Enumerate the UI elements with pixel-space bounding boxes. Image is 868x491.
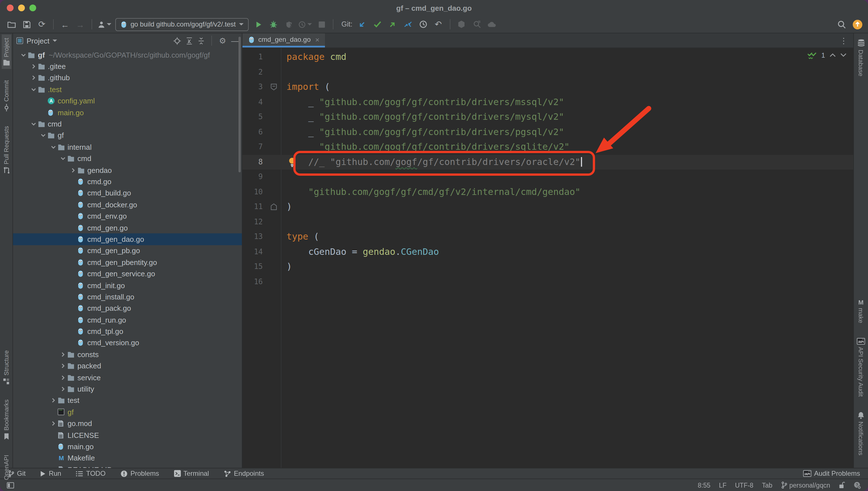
line-number[interactable]: 4 bbox=[242, 95, 266, 110]
tool-window-button-problems[interactable]: Problems bbox=[120, 469, 159, 478]
code-text[interactable]: _ "github.com/gogf/gf/contrib/drivers/ms… bbox=[281, 95, 564, 110]
code-text[interactable]: package cmd bbox=[281, 50, 346, 65]
line-number[interactable]: 15 bbox=[242, 259, 266, 274]
tool-window-button-pull-requests[interactable]: Pull Requests bbox=[1, 123, 11, 177]
hexagon-icon[interactable] bbox=[456, 18, 467, 30]
indent-style[interactable]: Tab bbox=[762, 482, 772, 488]
tree-item-makefile[interactable]: MMakefile bbox=[13, 452, 242, 464]
tree-scrollbar[interactable] bbox=[238, 37, 241, 172]
tree-item-gendao[interactable]: gendao bbox=[13, 165, 242, 176]
chevron-open-icon[interactable] bbox=[59, 155, 67, 162]
search-icon[interactable] bbox=[836, 18, 847, 30]
tree-item-cmd_init.go[interactable]: cmd_init.go bbox=[13, 280, 242, 291]
next-problem-icon[interactable] bbox=[840, 53, 846, 57]
caret-position[interactable]: 8:55 bbox=[698, 482, 711, 488]
git-merge-icon[interactable] bbox=[402, 18, 413, 30]
tool-window-button-git[interactable]: Git bbox=[8, 469, 26, 478]
gear-icon[interactable]: ⚙ bbox=[219, 36, 226, 45]
unlock-icon[interactable] bbox=[839, 482, 845, 489]
chevron-open-icon[interactable] bbox=[29, 121, 37, 127]
editor-tab-cmd_gen_dao[interactable]: cmd_gen_dao.go × bbox=[242, 33, 325, 48]
chevron-open-icon[interactable] bbox=[39, 133, 48, 139]
line-number[interactable]: 13 bbox=[242, 229, 266, 244]
tree-item-.gitee[interactable]: .gitee bbox=[13, 61, 242, 72]
git-branch-widget[interactable]: personal/gqcn bbox=[781, 482, 831, 489]
code-line-11[interactable]: 11) bbox=[242, 199, 853, 214]
git-update-icon[interactable] bbox=[356, 18, 368, 30]
line-number[interactable]: 12 bbox=[242, 214, 266, 229]
chevron-closed-icon[interactable] bbox=[69, 167, 77, 173]
line-number[interactable]: 3 bbox=[242, 80, 266, 95]
user-profile-icon[interactable] bbox=[98, 18, 111, 30]
code-line-14[interactable]: 14 cGenDao = gendao.CGenDao bbox=[242, 244, 853, 259]
tree-item-consts[interactable]: consts bbox=[13, 349, 242, 360]
tool-window-button-bookmarks[interactable]: Bookmarks bbox=[2, 396, 11, 443]
code-text[interactable]: _ "github.com/gogf/gf/contrib/drivers/pg… bbox=[281, 124, 564, 140]
code-area[interactable]: 1package cmd23import (4 _ "github.com/go… bbox=[242, 48, 853, 468]
tree-item-service[interactable]: service bbox=[13, 372, 242, 383]
chevron-closed-icon[interactable] bbox=[59, 386, 67, 392]
code-line-8[interactable]: 8 //_ "github.com/gogf/gf/contrib/driver… bbox=[242, 154, 853, 170]
line-number[interactable]: 6 bbox=[242, 124, 266, 140]
tree-item-packed[interactable]: packed bbox=[13, 360, 242, 372]
line-number[interactable]: 8 bbox=[242, 154, 266, 170]
tree-item-.github[interactable]: .github bbox=[13, 72, 242, 84]
tree-item-internal[interactable]: internal bbox=[13, 141, 242, 153]
project-panel-title[interactable]: Project bbox=[27, 36, 50, 45]
tree-item-cmd_install.go[interactable]: cmd_install.go bbox=[13, 291, 242, 302]
code-text[interactable] bbox=[281, 170, 287, 184]
code-line-13[interactable]: 13type ( bbox=[242, 229, 853, 244]
tree-item-config.yaml[interactable]: Aconfig.yaml bbox=[13, 95, 242, 107]
tree-item-cmd_docker.go[interactable]: cmd_docker.go bbox=[13, 199, 242, 210]
tree-item-gf[interactable]: gf~/Workspace/Go/GOPATH/src/github.com/g… bbox=[13, 49, 242, 61]
chevron-closed-icon[interactable] bbox=[59, 374, 67, 380]
close-window-button[interactable] bbox=[7, 4, 13, 11]
code-line-15[interactable]: 15) bbox=[242, 259, 853, 274]
tree-item-cmd_pack.go[interactable]: cmd_pack.go bbox=[13, 302, 242, 314]
code-text[interactable]: _ "github.com/gogf/gf/contrib/drivers/my… bbox=[281, 110, 564, 124]
code-text[interactable]: import ( bbox=[281, 80, 330, 95]
line-number[interactable]: 9 bbox=[242, 170, 266, 184]
inspection-widget[interactable]: 1 bbox=[807, 51, 846, 59]
tool-window-button-make[interactable]: Mmake bbox=[856, 295, 866, 326]
chevron-closed-icon[interactable] bbox=[49, 421, 57, 427]
chevron-closed-icon[interactable] bbox=[59, 351, 67, 358]
prev-problem-icon[interactable] bbox=[830, 53, 836, 57]
chevron-open-icon[interactable] bbox=[19, 52, 28, 58]
back-icon[interactable]: ← bbox=[59, 18, 70, 30]
line-number[interactable]: 10 bbox=[242, 184, 266, 199]
tree-item-main.go[interactable]: main.go bbox=[13, 441, 242, 453]
chevron-down-icon[interactable] bbox=[53, 39, 57, 42]
tree-item-test[interactable]: test bbox=[13, 395, 242, 406]
tree-item-main.go[interactable]: main.go bbox=[13, 107, 242, 118]
code-line-4[interactable]: 4 _ "github.com/gogf/gf/contrib/drivers/… bbox=[242, 95, 853, 110]
line-number[interactable]: 14 bbox=[242, 244, 266, 259]
history-clock-icon[interactable] bbox=[417, 18, 429, 30]
zoom-window-button[interactable] bbox=[29, 4, 36, 11]
tree-item-readme.md[interactable]: MDREADME.MD bbox=[13, 464, 242, 468]
tree-item-license[interactable]: LICENSE bbox=[13, 429, 242, 441]
line-number[interactable]: 2 bbox=[242, 65, 266, 80]
tree-item-go.mod[interactable]: go.mod bbox=[13, 418, 242, 429]
code-line-7[interactable]: 7 _ "github.com/gogf/gf/contrib/drivers/… bbox=[242, 140, 853, 154]
tree-item-cmd.go[interactable]: cmd.go bbox=[13, 176, 242, 187]
rollback-icon[interactable]: ↶ bbox=[433, 18, 444, 30]
git-commit-icon[interactable] bbox=[372, 18, 383, 30]
code-line-9[interactable]: 9 bbox=[242, 170, 853, 184]
search-everywhere-dim-icon[interactable] bbox=[471, 18, 482, 30]
chevron-closed-icon[interactable] bbox=[49, 398, 57, 404]
chevron-open-icon[interactable] bbox=[29, 86, 37, 93]
fold-marker-icon[interactable] bbox=[266, 199, 281, 214]
forward-icon[interactable]: → bbox=[75, 18, 86, 30]
cloud-icon[interactable] bbox=[486, 18, 498, 30]
tree-item-.test[interactable]: .test bbox=[13, 84, 242, 95]
window-layout-icon[interactable] bbox=[7, 482, 14, 488]
code-text[interactable]: cGenDao = gendao.CGenDao bbox=[281, 244, 439, 259]
git-push-icon[interactable] bbox=[387, 18, 398, 30]
tree-item-cmd_build.go[interactable]: cmd_build.go bbox=[13, 187, 242, 199]
profiler-button[interactable] bbox=[298, 18, 312, 30]
code-line-12[interactable]: 12 bbox=[242, 214, 853, 229]
line-number[interactable]: 5 bbox=[242, 110, 266, 124]
code-line-2[interactable]: 2 bbox=[242, 65, 853, 80]
tree-item-cmd_version.go[interactable]: cmd_version.go bbox=[13, 337, 242, 349]
